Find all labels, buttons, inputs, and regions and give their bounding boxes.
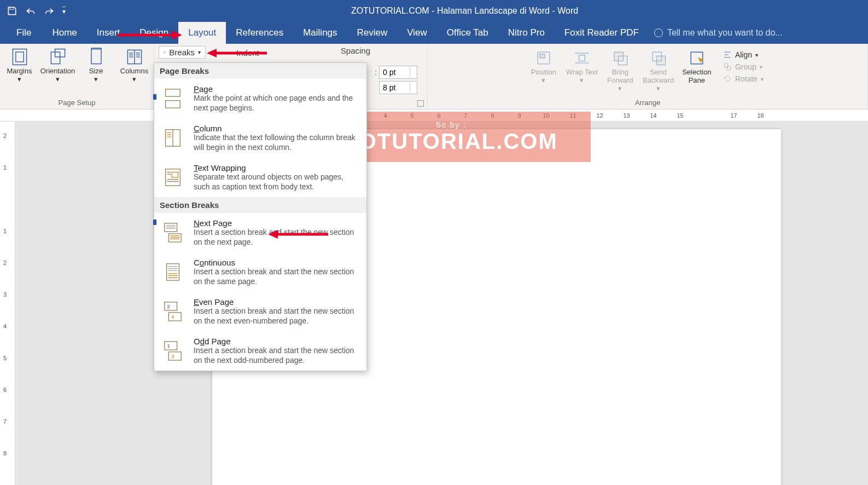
svg-rect-18 [579,55,585,61]
svg-rect-17 [540,54,545,58]
vruler-tick: 1 [3,228,7,234]
arrange-group-label: Arrange [432,97,863,109]
send-backward-button[interactable]: Send Backward▾ [641,47,676,93]
size-icon [86,47,106,67]
columns-button[interactable]: Columns▾ [117,46,152,83]
annotation-arrow-breaks [207,48,267,59]
position-button[interactable]: Position▾ [526,47,561,84]
breaks-button[interactable]: Breaks ▾ [159,46,206,59]
bring-forward-button[interactable]: Bring Forward▾ [603,47,638,93]
tab-references[interactable]: References [226,22,293,44]
orientation-button[interactable]: Orientation▾ [40,46,75,83]
selection-pane-button[interactable]: Selection Pane [679,47,714,84]
page-setup-group-label: Page Setup [59,97,96,109]
tab-mailings[interactable]: Mailings [293,22,347,44]
vruler-tick: 2 [3,132,7,139]
continuous-icon [162,262,183,282]
column-title: Column [194,124,360,133]
tab-file[interactable]: File [5,22,42,44]
vertical-ruler[interactable]: 2112345678 [0,122,15,485]
vruler-tick: 8 [3,450,7,457]
wrap-text-button[interactable]: Wrap Text▾ [564,47,599,84]
wrap-text-label: Wrap Text [566,68,598,76]
group-button[interactable]: Group▾ [723,62,764,71]
send-backward-icon [649,48,668,68]
svg-text:4: 4 [171,314,174,320]
group-label: Group [735,62,756,71]
current-marker-icon [153,94,156,100]
section-breaks-header: Section Breaks [154,197,366,213]
ruler-tick: 15 [667,112,694,119]
margins-button[interactable]: Margins▾ [2,46,37,83]
menu-item-text-wrapping[interactable]: Text WrappingSeparate text around object… [154,158,366,197]
menu-item-odd-page[interactable]: 13 Odd PageInsert a section break and st… [154,331,366,371]
save-icon[interactable] [7,5,18,16]
tab-layout[interactable]: Layout [178,22,226,44]
window-title: ZOTUTORIAL.COM - Halaman Landscape di Wo… [66,6,864,16]
menu-item-continuous[interactable]: ContinuousInsert a section break and sta… [154,252,366,292]
tab-office-tab[interactable]: Office Tab [437,22,498,44]
spacing-after-input[interactable]: 8 pt [379,81,417,94]
odd-page-desc: Insert a section break and start the new… [194,346,360,365]
align-button[interactable]: Align▾ [723,50,764,59]
column-break-icon [162,128,183,148]
vruler-tick: 4 [3,323,7,330]
svg-rect-48 [168,234,181,242]
position-label: Position [531,68,556,76]
rotate-label: Rotate [735,74,758,83]
svg-rect-44 [165,223,177,232]
breaks-icon [164,49,166,56]
svg-rect-65 [168,352,181,360]
send-backward-label: Send Backward [641,68,676,84]
lightbulb-icon [654,28,663,37]
columns-icon [125,47,144,67]
size-label: Size [89,67,103,75]
ribbon: Margins▾ Orientation▾ Size▾ Columns▾ Pag… [0,44,868,109]
paragraph-launcher-icon[interactable] [417,100,424,107]
svg-rect-5 [91,49,101,64]
page-breaks-header: Page Breaks [154,63,366,79]
svg-rect-63 [165,342,177,350]
vruler-tick: 1 [3,164,7,171]
spacing-heading: Spacing [341,46,423,59]
titlebar: ▾ ZOTUTORIAL.COM - Halaman Landscape di … [0,0,868,22]
size-button[interactable]: Size▾ [79,46,114,83]
tab-review[interactable]: Review [347,22,398,44]
svg-marker-68 [172,31,182,39]
align-icon [723,50,732,59]
group-icon [723,62,732,71]
tab-home[interactable]: Home [42,22,86,44]
margins-label: Margins [7,67,32,75]
annotation-arrow-layout [118,30,183,41]
selection-pane-icon [687,48,707,68]
svg-rect-31 [166,89,180,96]
tell-me-placeholder: Tell me what you want to do... [667,28,783,38]
rotate-button[interactable]: Rotate▾ [723,74,764,83]
redo-icon[interactable] [44,5,55,16]
undo-icon[interactable] [25,5,36,16]
spacing-before-input[interactable]: 0 pt [379,66,417,79]
quick-access-toolbar: ▾ [4,5,66,16]
margins-icon [10,47,30,67]
svg-rect-39 [172,172,178,178]
tab-view[interactable]: View [397,22,437,44]
svg-marker-71 [268,230,278,239]
menu-item-column[interactable]: ColumnIndicate that the text following t… [154,118,366,158]
tab-nitro-pro[interactable]: Nitro Pro [498,22,555,44]
text-wrapping-title: Text Wrapping [194,163,360,172]
position-icon [534,48,554,68]
text-wrapping-icon [162,167,183,188]
svg-text:3: 3 [171,353,174,359]
bring-forward-label: Bring Forward [603,68,638,84]
tell-me-search[interactable]: Tell me what you want to do... [649,22,788,44]
vruler-tick: 6 [3,386,7,393]
menu-item-page[interactable]: PageMark the point at which one page end… [154,79,366,118]
current-marker-icon-2 [153,220,156,225]
tab-foxit-reader[interactable]: Foxit Reader PDF [555,22,649,44]
svg-text:1: 1 [167,343,170,349]
menu-item-next-page[interactable]: Next PageInsert a section break and star… [154,213,366,252]
menu-item-even-page[interactable]: 24 Even PageInsert a section break and s… [154,292,366,331]
watermark-sc: Sc by : [436,120,467,129]
spacing-before-value: 0 pt [383,68,395,77]
ruler-tick: 18 [747,112,774,119]
